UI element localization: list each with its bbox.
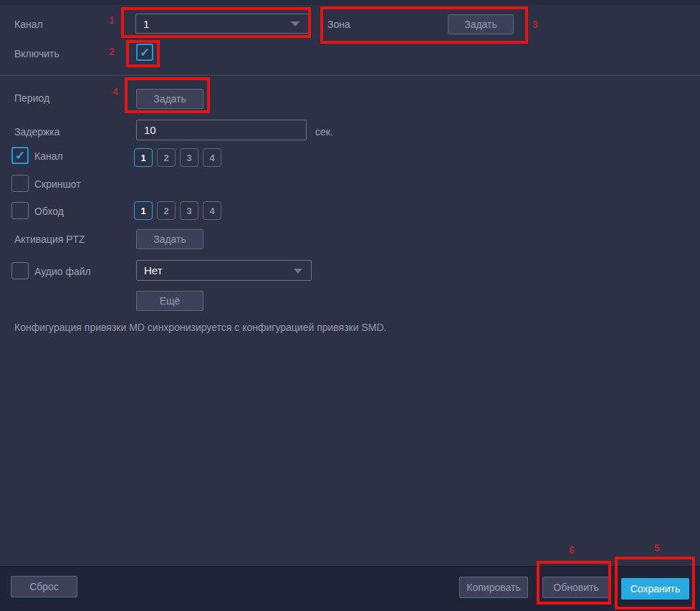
- chevron-down-icon: [291, 21, 299, 27]
- chevron-down-icon: [294, 269, 302, 274]
- enable-checkbox[interactable]: ✓: [136, 44, 153, 61]
- link-channel-checkbox[interactable]: ✓: [11, 147, 29, 164]
- more-button[interactable]: Ещё: [136, 291, 203, 311]
- delay-unit-label: сек.: [315, 126, 333, 138]
- period-set-button[interactable]: Задать: [136, 89, 203, 109]
- check-icon: ✓: [15, 150, 25, 162]
- ptz-set-button[interactable]: Задать: [136, 229, 203, 249]
- reset-button[interactable]: Сброс: [11, 576, 77, 597]
- tour-chip-4[interactable]: 4: [203, 201, 221, 220]
- ptz-label: Активация PTZ: [14, 234, 85, 245]
- link-channel-label: Канал: [34, 150, 63, 162]
- annotation-number-3: 3: [532, 19, 538, 30]
- annotation-number-6: 6: [569, 544, 575, 556]
- link-channel-chip-2[interactable]: 2: [157, 148, 176, 167]
- tour-chip-2[interactable]: 2: [157, 201, 176, 220]
- annotation-number-4: 4: [112, 86, 118, 97]
- link-channel-chip-1[interactable]: 1: [134, 148, 153, 167]
- zone-set-button[interactable]: Задать: [448, 14, 514, 34]
- sync-note-text: Конфигурация привязки MD синхронизируетс…: [14, 322, 386, 333]
- section-divider: [0, 74, 700, 76]
- delay-input-value: 10: [144, 124, 156, 136]
- audio-file-select-value: Нет: [144, 264, 163, 276]
- channel-select[interactable]: 1: [135, 14, 309, 34]
- tour-label: Обход: [34, 206, 64, 217]
- footer-bar: Сброс Копировать Обновить Сохранить: [0, 566, 700, 611]
- snapshot-label: Скриншот: [34, 178, 81, 190]
- audio-file-label: Аудио файл: [34, 266, 91, 277]
- top-strip: [0, 0, 700, 5]
- zone-label: Зона: [327, 19, 350, 30]
- link-channel-chip-4[interactable]: 4: [203, 148, 221, 167]
- annotation-number-1: 1: [109, 14, 115, 26]
- annotation-number-5: 5: [654, 542, 660, 554]
- link-channel-chip-3[interactable]: 3: [180, 148, 198, 167]
- motion-detection-settings-dialog: Канал 1 Зона Задать Включить ✓ Период За…: [0, 0, 700, 611]
- audio-file-checkbox[interactable]: [11, 262, 29, 279]
- delay-label: Задержка: [14, 126, 60, 138]
- delay-input[interactable]: 10: [136, 120, 307, 140]
- channel-label: Канал: [14, 19, 43, 30]
- audio-file-select[interactable]: Нет: [136, 260, 312, 281]
- period-label: Период: [14, 92, 49, 104]
- channel-select-value: 1: [143, 18, 149, 30]
- annotation-number-2: 2: [109, 46, 115, 57]
- copy-button[interactable]: Копировать: [459, 577, 528, 598]
- enable-label: Включить: [14, 48, 59, 59]
- refresh-button[interactable]: Обновить: [542, 577, 610, 598]
- tour-chip-1[interactable]: 1: [134, 201, 153, 220]
- check-icon: ✓: [140, 47, 150, 59]
- save-button[interactable]: Сохранить: [621, 578, 689, 600]
- snapshot-checkbox[interactable]: [11, 175, 29, 192]
- tour-chip-3[interactable]: 3: [180, 201, 198, 220]
- tour-checkbox[interactable]: [11, 202, 29, 219]
